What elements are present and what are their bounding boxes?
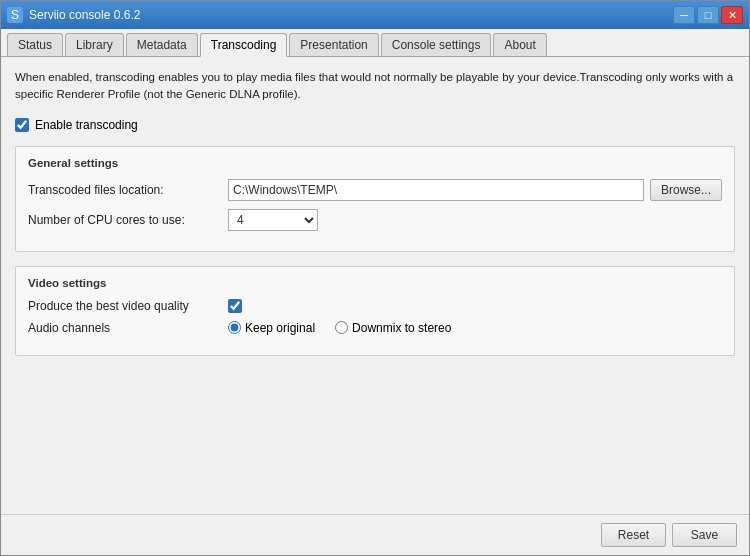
- video-quality-checkbox[interactable]: [228, 299, 242, 313]
- video-quality-label: Produce the best video quality: [28, 299, 228, 313]
- title-bar: S Serviio console 0.6.2 ─ □ ✕: [1, 1, 749, 29]
- audio-channels-row: Audio channels Keep original Downmix to …: [28, 321, 722, 335]
- transcoded-files-input[interactable]: [228, 179, 644, 201]
- tab-library[interactable]: Library: [65, 33, 124, 56]
- tab-console-settings[interactable]: Console settings: [381, 33, 492, 56]
- general-settings-title: General settings: [28, 157, 722, 169]
- general-settings-group: General settings Transcoded files locati…: [15, 146, 735, 252]
- downmix-stereo-label: Downmix to stereo: [352, 321, 451, 335]
- browse-button[interactable]: Browse...: [650, 179, 722, 201]
- enable-transcoding-row: Enable transcoding: [15, 118, 735, 132]
- save-button[interactable]: Save: [672, 523, 737, 547]
- video-settings-title: Video settings: [28, 277, 722, 289]
- main-window: S Serviio console 0.6.2 ─ □ ✕ Status Lib…: [0, 0, 750, 556]
- audio-channels-label: Audio channels: [28, 321, 228, 335]
- video-settings-group: Video settings Produce the best video qu…: [15, 266, 735, 356]
- video-quality-row: Produce the best video quality: [28, 299, 722, 313]
- keep-original-radio[interactable]: [228, 321, 241, 334]
- tab-transcoding[interactable]: Transcoding: [200, 33, 288, 57]
- maximize-button[interactable]: □: [697, 6, 719, 24]
- cpu-cores-row: Number of CPU cores to use: 1 2 3 4 6 8: [28, 209, 722, 231]
- cpu-cores-control: 1 2 3 4 6 8: [228, 209, 722, 231]
- audio-channels-radio-group: Keep original Downmix to stereo: [228, 321, 451, 335]
- window-title: Serviio console 0.6.2: [29, 8, 673, 22]
- tab-bar: Status Library Metadata Transcoding Pres…: [1, 29, 749, 57]
- downmix-stereo-radio[interactable]: [335, 321, 348, 334]
- keep-original-option[interactable]: Keep original: [228, 321, 315, 335]
- enable-transcoding-label: Enable transcoding: [35, 118, 138, 132]
- tab-about[interactable]: About: [493, 33, 546, 56]
- close-button[interactable]: ✕: [721, 6, 743, 24]
- reset-button[interactable]: Reset: [601, 523, 666, 547]
- transcoded-files-control: Browse...: [228, 179, 722, 201]
- tab-status[interactable]: Status: [7, 33, 63, 56]
- audio-channels-control: Keep original Downmix to stereo: [228, 321, 722, 335]
- cpu-cores-label: Number of CPU cores to use:: [28, 213, 228, 227]
- transcoded-files-row: Transcoded files location: Browse...: [28, 179, 722, 201]
- minimize-button[interactable]: ─: [673, 6, 695, 24]
- enable-transcoding-checkbox[interactable]: [15, 118, 29, 132]
- keep-original-label: Keep original: [245, 321, 315, 335]
- window-controls: ─ □ ✕: [673, 6, 743, 24]
- downmix-stereo-option[interactable]: Downmix to stereo: [335, 321, 451, 335]
- content-area: When enabled, transcoding enables you to…: [1, 57, 749, 514]
- transcoding-description: When enabled, transcoding enables you to…: [15, 69, 735, 104]
- tab-metadata[interactable]: Metadata: [126, 33, 198, 56]
- cpu-cores-select[interactable]: 1 2 3 4 6 8: [228, 209, 318, 231]
- app-icon: S: [7, 7, 23, 23]
- video-quality-control: [228, 299, 722, 313]
- transcoded-files-label: Transcoded files location:: [28, 183, 228, 197]
- footer: Reset Save: [1, 514, 749, 555]
- tab-presentation[interactable]: Presentation: [289, 33, 378, 56]
